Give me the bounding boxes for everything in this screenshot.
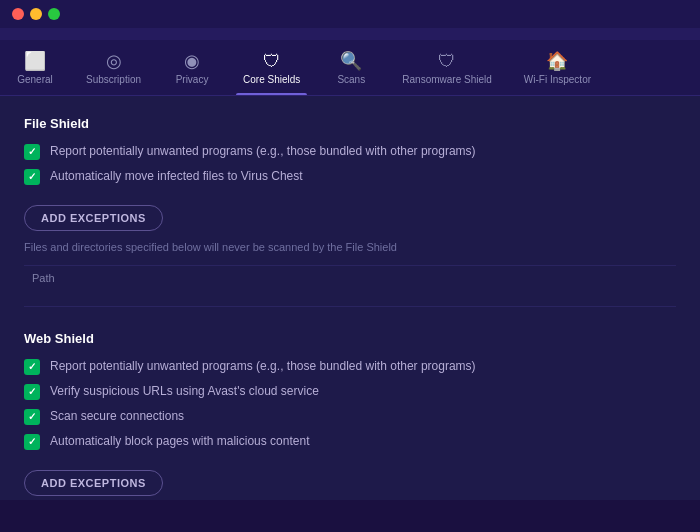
wifi-inspector-icon: 🏠: [546, 52, 568, 70]
tab-ransomware-shield[interactable]: 🛡Ransomware Shield: [386, 48, 508, 95]
web-shield-item-2[interactable]: Scan secure connections: [24, 408, 676, 425]
web-shield-title: Web Shield: [24, 331, 676, 346]
general-icon: ⬜: [24, 52, 46, 70]
tab-subscription[interactable]: ◎Subscription: [70, 48, 157, 95]
tab-scans[interactable]: 🔍Scans: [316, 48, 386, 95]
tab-general[interactable]: ⬜General: [0, 48, 70, 95]
tab-wifi-inspector[interactable]: 🏠Wi-Fi Inspector: [508, 48, 607, 95]
ransomware-shield-icon: 🛡: [438, 52, 456, 70]
scans-icon: 🔍: [340, 52, 362, 70]
file-shield-item-text-1: Automatically move infected files to Vir…: [50, 168, 303, 185]
web-shield-item-3[interactable]: Automatically block pages with malicious…: [24, 433, 676, 450]
section-web-shield: Web ShieldReport potentially unwanted pr…: [24, 331, 676, 500]
web-shield-item-0[interactable]: Report potentially unwanted programs (e.…: [24, 358, 676, 375]
web-shield-add-exceptions-button[interactable]: ADD EXCEPTIONS: [24, 470, 163, 496]
core-shields-icon: 🛡: [263, 52, 281, 70]
subscription-label: Subscription: [86, 74, 141, 85]
web-shield-item-text-2: Scan secure connections: [50, 408, 184, 425]
core-shields-label: Core Shields: [243, 74, 300, 85]
divider-0: [24, 306, 676, 307]
close-button[interactable]: [12, 8, 24, 20]
section-file-shield: File ShieldReport potentially unwanted p…: [24, 116, 676, 307]
ransomware-shield-label: Ransomware Shield: [402, 74, 492, 85]
file-shield-checkbox-0[interactable]: [24, 144, 40, 160]
maximize-button[interactable]: [48, 8, 60, 20]
web-shield-item-text-3: Automatically block pages with malicious…: [50, 433, 309, 450]
tab-bar: ⬜General◎Subscription◉Privacy🛡Core Shiel…: [0, 40, 700, 96]
privacy-label: Privacy: [176, 74, 209, 85]
file-shield-item-1[interactable]: Automatically move infected files to Vir…: [24, 168, 676, 185]
web-shield-checkbox-1[interactable]: [24, 384, 40, 400]
web-shield-item-text-1: Verify suspicious URLs using Avast's clo…: [50, 383, 319, 400]
sync-bar[interactable]: [0, 28, 700, 40]
minimize-button[interactable]: [30, 8, 42, 20]
file-shield-add-exceptions-button[interactable]: ADD EXCEPTIONS: [24, 205, 163, 231]
traffic-lights: [12, 8, 60, 20]
web-shield-checkbox-2[interactable]: [24, 409, 40, 425]
title-bar: [0, 0, 700, 28]
web-shield-item-text-0: Report potentially unwanted programs (e.…: [50, 358, 476, 375]
file-shield-title: File Shield: [24, 116, 676, 131]
file-shield-item-0[interactable]: Report potentially unwanted programs (e.…: [24, 143, 676, 160]
privacy-icon: ◉: [184, 52, 200, 70]
tab-core-shields[interactable]: 🛡Core Shields: [227, 48, 316, 95]
web-shield-item-1[interactable]: Verify suspicious URLs using Avast's clo…: [24, 383, 676, 400]
file-shield-description: Files and directories specified below wi…: [24, 241, 676, 253]
general-label: General: [17, 74, 53, 85]
subscription-icon: ◎: [106, 52, 122, 70]
content-area: File ShieldReport potentially unwanted p…: [0, 96, 700, 500]
file-shield-path-header: Path: [24, 265, 676, 290]
tab-privacy[interactable]: ◉Privacy: [157, 48, 227, 95]
web-shield-checkbox-0[interactable]: [24, 359, 40, 375]
wifi-inspector-label: Wi-Fi Inspector: [524, 74, 591, 85]
file-shield-item-text-0: Report potentially unwanted programs (e.…: [50, 143, 476, 160]
web-shield-checkbox-3[interactable]: [24, 434, 40, 450]
file-shield-checkbox-1[interactable]: [24, 169, 40, 185]
scans-label: Scans: [337, 74, 365, 85]
